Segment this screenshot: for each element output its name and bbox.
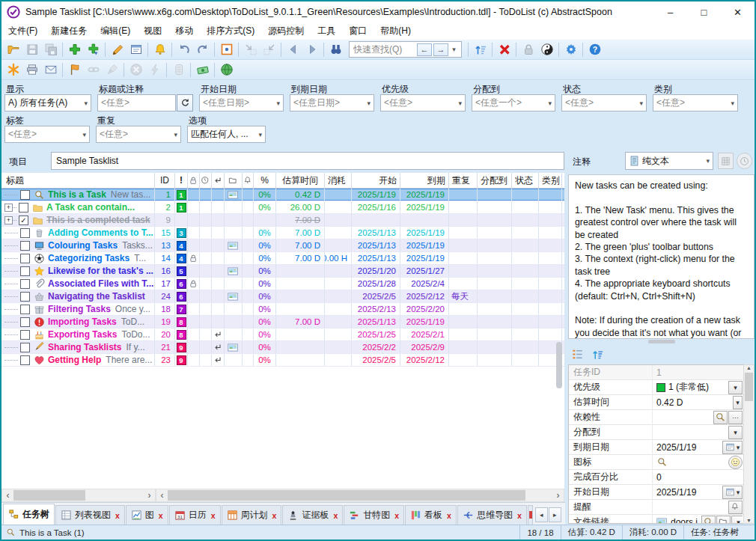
task-checkbox[interactable] xyxy=(20,190,30,200)
toolbar-pencil-icon[interactable] xyxy=(108,40,126,58)
toolbar-gear-icon[interactable] xyxy=(561,40,580,58)
tree-horizontal-scrollbar[interactable]: ‹ › xyxy=(1,489,156,502)
attribute-row[interactable]: 图标 xyxy=(569,455,754,470)
menu-item-5[interactable]: 排序方式(S) xyxy=(200,22,261,40)
task-title[interactable]: This is a Task xyxy=(48,189,106,200)
task-row[interactable]: Adding Comments to T...1530%7.00 D2025/1… xyxy=(1,227,564,239)
toolbar-fwd-icon[interactable] xyxy=(302,40,321,58)
view-file-button[interactable] xyxy=(701,516,716,525)
task-title[interactable]: Sharing Tasklists xyxy=(48,342,121,352)
toolbar2-bolt-icon[interactable] xyxy=(145,61,164,79)
task-title[interactable]: This is a completed task xyxy=(46,215,150,225)
tabs-scroll-left-button[interactable]: ◂ xyxy=(535,507,548,522)
toolbar2-globe-icon[interactable] xyxy=(217,61,236,79)
column-header-rep[interactable]: 重复 xyxy=(449,173,478,188)
sort-attributes-icon[interactable] xyxy=(591,348,604,361)
toolbar-saveall-icon[interactable] xyxy=(41,40,60,58)
column-header-sclock[interactable] xyxy=(200,173,212,188)
scroll-left-icon[interactable]: ‹ xyxy=(156,490,168,501)
close-tab-icon[interactable]: x xyxy=(394,511,399,520)
toolbar-winmax-icon[interactable] xyxy=(217,40,236,58)
task-title[interactable]: A Task can contain... xyxy=(46,202,135,213)
task-row[interactable]: Colouring TasksTasks...1340%7.00 D2025/1… xyxy=(1,239,564,252)
comments-clock-button[interactable] xyxy=(737,153,752,169)
attribute-row[interactable]: 优先级1 (非常低)▾ xyxy=(569,380,754,395)
task-title[interactable]: Filtering Tasks xyxy=(48,304,111,314)
task-row[interactable]: Associated Files with T...1760%2025/1/28… xyxy=(1,278,564,290)
view-tab-7[interactable]: 看板x xyxy=(405,505,457,525)
dropdown-button[interactable]: ▾ xyxy=(728,381,743,394)
close-button[interactable]: ✕ xyxy=(721,7,755,18)
filter-dropdown[interactable]: <任意>▾ xyxy=(96,126,181,143)
expand-toggle-icon[interactable]: + xyxy=(4,204,13,212)
task-checkbox[interactable] xyxy=(20,279,30,289)
toolbar-pluschild-icon[interactable] xyxy=(84,40,103,58)
maximize-button[interactable]: □ xyxy=(687,7,721,18)
filter-dropdown[interactable]: <任意一个>▾ xyxy=(472,94,555,111)
attribute-row[interactable]: 依赖性··· xyxy=(569,410,754,425)
toolbar-lockg-icon[interactable] xyxy=(519,40,537,58)
close-tab-icon[interactable]: x xyxy=(272,511,277,520)
toolbar2-link-icon[interactable] xyxy=(84,61,103,79)
column-header-spent[interactable]: 消耗 xyxy=(325,173,352,188)
close-tab-icon[interactable]: x xyxy=(447,511,451,520)
attribute-row[interactable]: 文件链接doors.j▾ xyxy=(569,515,754,524)
column-header-srecur[interactable] xyxy=(212,173,225,188)
partial-tab[interactable] xyxy=(528,505,533,525)
expand-toggle-icon[interactable]: + xyxy=(4,216,13,224)
calendar-button[interactable]: ▾ xyxy=(722,486,743,499)
toolbar2-envelope-icon[interactable] xyxy=(41,61,60,79)
close-tab-icon[interactable]: x xyxy=(159,511,163,520)
task-title[interactable]: Navigating the Tasklist xyxy=(48,291,145,302)
tabs-scroll-right-button[interactable]: ▸ xyxy=(549,507,561,522)
view-tab-8[interactable]: 思维导图x xyxy=(457,505,527,525)
attribute-row[interactable]: 分配到▾ xyxy=(569,425,754,440)
view-tab-0[interactable]: 任务树 xyxy=(3,504,55,525)
task-checkbox[interactable] xyxy=(20,330,30,340)
toolbar-back-icon[interactable] xyxy=(284,40,302,58)
attributes-scrollbar[interactable]: ▲ ▼ xyxy=(743,364,755,524)
column-header-sbell[interactable] xyxy=(243,173,254,188)
filter-dropdown[interactable]: <任意日期>▾ xyxy=(290,94,374,111)
task-checkbox[interactable] xyxy=(20,355,30,365)
menu-item-8[interactable]: 窗口 xyxy=(342,22,374,40)
task-row[interactable]: Likewise for the task's ...1650%2025/1/2… xyxy=(1,265,564,278)
attribute-value[interactable]: 1 xyxy=(656,367,662,378)
column-header-pri[interactable]: ! xyxy=(175,173,188,188)
attribute-row[interactable]: 提醒 xyxy=(569,500,754,515)
menu-item-1[interactable]: 新建任务 xyxy=(44,22,94,40)
toolbar2-scroll-icon[interactable] xyxy=(169,61,188,79)
close-tab-icon[interactable]: x xyxy=(211,511,216,520)
task-title[interactable]: Getting Help xyxy=(48,355,101,365)
view-tab-5[interactable]: 证据板x xyxy=(282,505,343,525)
task-row[interactable]: Navigating the Tasklist2460%2025/2/52025… xyxy=(1,290,564,303)
menu-item-3[interactable]: 视图 xyxy=(137,22,168,40)
task-title[interactable]: Adding Comments to T... xyxy=(48,227,153,238)
find-previous-button[interactable]: ← xyxy=(417,43,432,56)
quick-find-input[interactable]: 快速查找(Q) xyxy=(350,43,415,56)
task-comments-text[interactable]: New tasks can be created using: 1. The '… xyxy=(568,174,755,339)
toolbar-plus-icon[interactable] xyxy=(65,40,84,58)
browse-folder-button[interactable] xyxy=(716,516,731,525)
toolbar-movein-icon[interactable] xyxy=(241,40,260,58)
column-header-cat[interactable]: 类别 xyxy=(539,173,562,188)
tasklist-vertical-scrollbar[interactable] xyxy=(556,342,562,388)
attribute-value[interactable]: doors.j xyxy=(671,517,698,525)
scroll-left-icon[interactable]: ‹ xyxy=(2,490,13,501)
menu-item-6[interactable]: 源码控制 xyxy=(261,22,311,40)
task-checkbox[interactable] xyxy=(20,254,30,263)
attribute-value[interactable]: 2025/1/19 xyxy=(656,487,696,498)
task-checkbox[interactable] xyxy=(19,203,28,213)
resize-grip[interactable] xyxy=(746,525,755,540)
toolbar2-printer-icon[interactable] xyxy=(22,61,41,79)
task-checkbox[interactable]: ✓ xyxy=(19,216,28,225)
attribute-row[interactable]: 完成百分比0 xyxy=(569,470,754,485)
comments-format-select[interactable]: 纯文本 ▾ xyxy=(625,152,713,170)
toolbar-redo-icon[interactable] xyxy=(193,40,212,58)
toolbar2-broom-icon[interactable] xyxy=(103,61,121,79)
column-header-due[interactable]: 到期 xyxy=(400,173,449,188)
toolbar-yinyang-icon[interactable] xyxy=(537,40,556,58)
menu-item-9[interactable]: 帮助(H) xyxy=(374,22,418,40)
task-row[interactable]: Exporting TasksToDo...2080%2025/1/252025… xyxy=(1,328,564,341)
task-row[interactable]: This is a TaskNew tas...110%0.42 D2025/1… xyxy=(1,189,564,201)
